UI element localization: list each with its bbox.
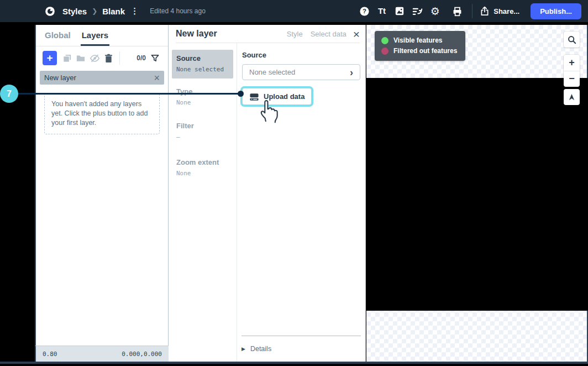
annotation-marker-7: 7 — [0, 85, 18, 103]
top-bar: Styles ❯ Blank ⋮ Edited 4 hours ago ? Tt… — [0, 0, 588, 22]
history-icon[interactable] — [409, 3, 426, 19]
layer-counter: 0/0 — [136, 54, 146, 62]
tab-layers[interactable]: Layers — [81, 29, 109, 46]
left-panel-tabs: Global Layers — [36, 25, 168, 46]
breadcrumb-separator-icon: ❯ — [92, 7, 97, 15]
map-legend: Visible features Filtered out features — [375, 31, 465, 61]
map-search-button[interactable] — [564, 32, 580, 48]
layer-search-row: × — [40, 71, 164, 85]
clear-search-icon[interactable]: × — [154, 73, 160, 83]
legend-item-filtered: Filtered out features — [381, 47, 457, 55]
layer-editor-panel: New layer Style Select data × Source Non… — [169, 25, 366, 362]
nav-item-source[interactable]: Source None selected — [172, 50, 233, 79]
print-icon[interactable] — [449, 3, 465, 19]
mapbox-logo-icon — [41, 3, 58, 19]
svg-text:Tt: Tt — [378, 6, 386, 15]
window-bottom-border — [0, 362, 588, 364]
hard-drive-icon — [249, 92, 259, 101]
zoom-in-button[interactable]: + — [564, 55, 580, 71]
topbar-divider — [472, 4, 473, 18]
nav-item-filter[interactable]: Filter — — [172, 117, 233, 146]
tab-select-data[interactable]: Select data — [311, 30, 347, 38]
zoom-out-button[interactable]: − — [564, 71, 580, 87]
zoom-level-readout: 0.80 — [43, 351, 57, 358]
svg-text:?: ? — [363, 8, 366, 14]
breadcrumb-styles[interactable]: Styles — [62, 7, 87, 16]
upload-data-label: Upload data — [264, 92, 305, 101]
topbar-actions: ? Tt ⚙ Share... Publish... — [355, 3, 581, 19]
publish-button[interactable]: Publish... — [531, 3, 581, 19]
map-status-footer: 0.80 0.000,0.000 — [35, 346, 169, 362]
toolbar-divider — [119, 51, 120, 65]
close-editor-icon[interactable]: × — [353, 28, 360, 40]
hide-layer-eye-off-icon[interactable] — [88, 51, 101, 65]
annotation-endpoint-dot — [238, 91, 244, 97]
share-button[interactable]: Share... — [480, 6, 519, 16]
settings-gear-icon[interactable]: ⚙ — [427, 3, 443, 19]
nav-item-zoom-extent[interactable]: Zoom extent None — [172, 154, 233, 182]
nav-item-type[interactable]: Type None — [172, 83, 233, 112]
help-icon[interactable]: ? — [356, 3, 372, 19]
source-section-label: Source — [242, 51, 360, 59]
delete-layer-trash-icon[interactable] — [102, 51, 115, 65]
details-triangle-icon: ▶ — [242, 346, 245, 352]
map-rendered-extent[interactable] — [366, 78, 588, 311]
fonts-icon[interactable]: Tt — [374, 3, 390, 19]
details-toggle[interactable]: ▶ Details — [242, 345, 271, 353]
share-icon — [480, 6, 489, 16]
chevron-right-icon: › — [350, 67, 353, 77]
map-canvas[interactable]: Visible features Filtered out features +… — [366, 25, 588, 362]
layer-search-input[interactable] — [44, 74, 154, 82]
filter-layers-funnel-icon[interactable] — [148, 51, 161, 65]
map-zoom-control: + − — [564, 55, 580, 87]
tab-style[interactable]: Style — [287, 30, 303, 38]
coordinates-readout: 0.000,0.000 — [122, 351, 162, 358]
layer-editor-tabs: Style Select data — [287, 30, 347, 38]
layers-toolbar: + 0/0 — [36, 46, 168, 70]
annotation-line — [18, 93, 239, 95]
layer-editor-body: Source None selected Type None Filter — … — [169, 43, 365, 362]
add-layer-button[interactable]: + — [43, 51, 57, 65]
breadcrumb-style-name[interactable]: Blank — [102, 7, 125, 16]
layers-panel: Global Layers + 0/0 × You h — [35, 25, 169, 346]
upload-data-button[interactable]: Upload data — [242, 88, 312, 105]
compass-button[interactable] — [564, 89, 580, 105]
duplicate-layer-icon[interactable] — [60, 51, 74, 65]
source-dropdown[interactable]: None selected › — [242, 64, 360, 80]
details-divider — [242, 336, 361, 336]
legend-swatch-visible — [381, 37, 389, 44]
layer-editor-header: New layer Style Select data × — [176, 25, 360, 43]
share-label: Share... — [494, 7, 519, 15]
layer-editor-title: New layer — [176, 29, 217, 39]
empty-layers-message: You haven't added any layers yet. Click … — [44, 93, 160, 134]
edited-status: Edited 4 hours ago — [150, 7, 206, 15]
source-section: Source None selected › Upload data ▶ Det… — [237, 43, 365, 362]
legend-swatch-filtered — [381, 48, 389, 55]
compass-north-icon — [568, 93, 576, 101]
editor-nav: Source None selected Type None Filter — … — [169, 43, 237, 362]
legend-item-visible: Visible features — [381, 36, 457, 44]
images-icon[interactable] — [391, 3, 408, 19]
group-folder-icon[interactable] — [74, 51, 87, 65]
source-dropdown-value: None selected — [249, 68, 350, 76]
style-menu-kebab-icon[interactable]: ⋮ — [130, 6, 139, 16]
tab-global[interactable]: Global — [44, 29, 72, 46]
search-icon — [568, 35, 576, 44]
